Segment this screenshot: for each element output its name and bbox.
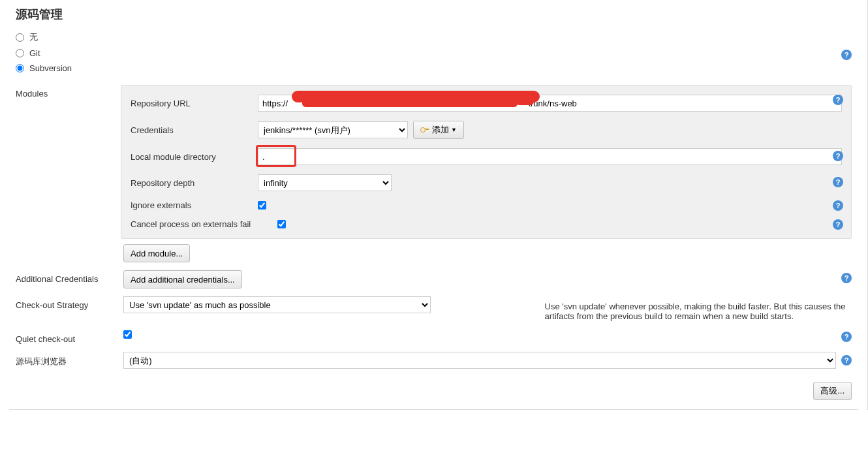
advanced-button[interactable]: 高级...: [813, 382, 852, 400]
repo-depth-select[interactable]: infinity: [258, 174, 392, 191]
cancel-externals-checkbox[interactable]: [277, 220, 286, 228]
help-icon[interactable]: ?: [841, 355, 852, 365]
additional-credentials-label: Additional Credentials: [16, 270, 123, 284]
redaction-mark: [302, 100, 518, 107]
add-credentials-button[interactable]: 添加 ▼: [413, 121, 464, 139]
repo-depth-label: Repository depth: [131, 178, 258, 188]
scm-radio-none[interactable]: [16, 33, 24, 42]
repo-browser-label: 源码库浏览器: [16, 352, 123, 367]
key-icon: [420, 127, 429, 133]
help-icon[interactable]: ?: [833, 200, 843, 211]
redaction-mark: [516, 99, 534, 105]
help-icon[interactable]: ?: [841, 332, 852, 342]
scm-label-git: Git: [29, 48, 40, 58]
section-title-scm: 源码管理: [0, 0, 867, 31]
help-icon[interactable]: ?: [833, 95, 843, 105]
chevron-down-icon: ▼: [451, 127, 457, 133]
help-icon[interactable]: ?: [833, 151, 843, 161]
local-dir-label: Local module directory: [131, 152, 258, 162]
help-icon[interactable]: ?: [833, 177, 843, 187]
repo-browser-select[interactable]: (自动): [123, 352, 836, 369]
help-icon[interactable]: ?: [833, 219, 843, 230]
credentials-select[interactable]: jenkins/****** (svn用户): [258, 121, 408, 138]
ignore-externals-checkbox[interactable]: [258, 201, 266, 210]
quiet-checkout-checkbox[interactable]: [123, 330, 132, 339]
repo-url-label: Repository URL: [131, 99, 258, 108]
scm-label-subversion: Subversion: [29, 63, 72, 73]
scm-label-none: 无: [29, 31, 38, 43]
local-dir-input[interactable]: [258, 148, 842, 165]
scm-radio-git[interactable]: [16, 49, 24, 57]
modules-panel: Repository URL ? Credentials jenkins/***…: [121, 85, 852, 239]
cancel-externals-label: Cancel process on externals fail: [131, 219, 277, 229]
ignore-externals-label: Ignore externals: [131, 200, 258, 210]
add-credentials-label: 添加: [432, 124, 449, 136]
checkout-strategy-label: Check-out Strategy: [16, 296, 123, 310]
scm-radio-subversion[interactable]: [16, 64, 24, 72]
add-additional-credentials-button[interactable]: Add additional credentials...: [123, 270, 242, 288]
add-module-button[interactable]: Add module...: [123, 244, 190, 262]
scm-radio-group: 无 Git Subversion: [0, 31, 867, 85]
help-icon[interactable]: ?: [841, 273, 852, 283]
quiet-checkout-label: Quiet check-out: [16, 330, 123, 344]
checkout-strategy-select[interactable]: Use 'svn update' as much as possible: [123, 296, 431, 313]
credentials-label: Credentials: [131, 125, 258, 135]
modules-label: Modules: [16, 85, 123, 99]
help-icon[interactable]: ?: [841, 50, 852, 60]
checkout-strategy-desc: Use 'svn update' whenever possible, maki…: [538, 296, 852, 321]
